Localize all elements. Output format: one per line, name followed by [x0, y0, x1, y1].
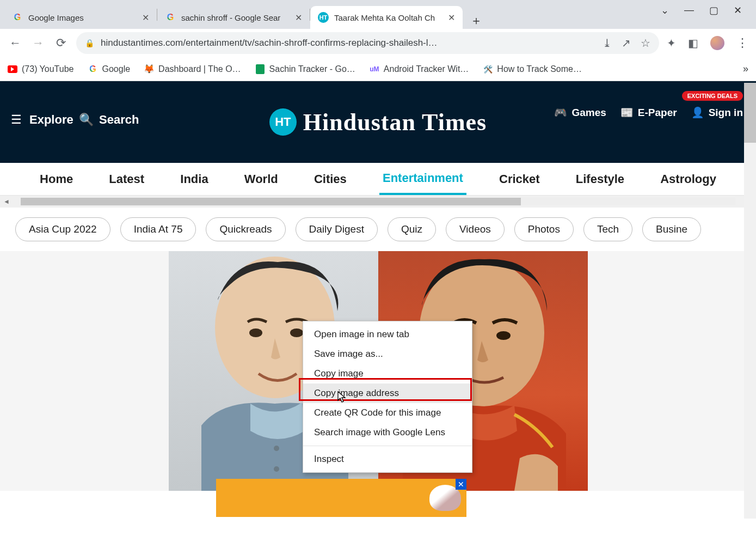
address-bar[interactable]: 🔒 hindustantimes.com/entertainment/tv/sa…: [76, 32, 659, 54]
star-icon[interactable]: ☆: [641, 36, 650, 50]
google-favicon: G: [165, 12, 176, 23]
um-icon: uM: [370, 64, 379, 74]
bookmark-sachin-tracker[interactable]: Sachin Tracker - Go…: [255, 64, 355, 74]
profile-avatar[interactable]: [710, 36, 724, 50]
reload-button[interactable]: ⟳: [53, 36, 69, 50]
vertical-scrollbar[interactable]: [744, 83, 756, 519]
install-icon[interactable]: ⤓: [603, 36, 612, 50]
chip-india-at-75[interactable]: India At 75: [120, 217, 196, 241]
header-right: EXCITING DEALS 🎮Games 📰E-Paper 👤Sign in: [554, 91, 743, 119]
chip-videos[interactable]: Videos: [446, 217, 505, 241]
vertical-scroll-thumb[interactable]: [744, 83, 756, 143]
google-icon: G: [88, 64, 97, 74]
youtube-icon: [8, 65, 17, 73]
ctx-inspect[interactable]: Inspect: [303, 449, 472, 469]
close-icon[interactable]: ✕: [448, 13, 455, 23]
games-label: Games: [571, 107, 606, 119]
chevron-down-icon[interactable]: ⌄: [661, 4, 669, 16]
scroll-thumb[interactable]: [21, 198, 521, 205]
site-search-button[interactable]: 🔍 Search: [79, 113, 139, 127]
toolbar-right-icons: ✦ ◧ ⋮: [667, 36, 748, 50]
back-button[interactable]: ←: [8, 36, 23, 50]
ctx-copy-image-address[interactable]: Copy image address: [303, 383, 472, 403]
kebab-menu-icon[interactable]: ⋮: [736, 36, 748, 50]
browser-tab-strip: G Google Images ✕ G sachin shroff - Goog…: [0, 0, 756, 29]
tab-hindustantimes[interactable]: HT Taarak Mehta Ka Ooltah Ch ✕: [310, 6, 463, 29]
header-links: 🎮Games 📰E-Paper 👤Sign in: [554, 106, 743, 119]
search-icon: 🔍: [79, 113, 94, 127]
bookmark-youtube[interactable]: (73) YouTube: [8, 64, 73, 74]
bookmark-label: How to Track Some…: [497, 64, 582, 74]
close-window-icon[interactable]: ✕: [734, 4, 742, 16]
close-icon[interactable]: ✕: [142, 13, 149, 23]
sidepanel-icon[interactable]: ◧: [688, 36, 698, 50]
ctx-search-google-lens[interactable]: Search image with Google Lens: [303, 423, 472, 442]
search-label: Search: [99, 113, 139, 127]
ht-logo-circle: HT: [269, 108, 297, 136]
signin-link[interactable]: 👤Sign in: [691, 106, 743, 119]
nav-cities[interactable]: Cities: [311, 165, 350, 194]
site-logo[interactable]: HT Hindustan Times: [269, 108, 487, 136]
nav-entertainment[interactable]: Entertainment: [379, 163, 466, 195]
ctx-create-qr[interactable]: Create QR Code for this image: [303, 403, 472, 423]
chip-quiz[interactable]: Quiz: [388, 217, 436, 241]
horizontal-scrollbar[interactable]: ◄ ►: [0, 196, 756, 208]
svg-point-7: [496, 331, 511, 340]
sheets-icon: [256, 64, 265, 74]
nav-world[interactable]: World: [241, 165, 281, 194]
bookmark-label: Google: [102, 64, 130, 74]
scroll-left-icon[interactable]: ◄: [0, 198, 13, 205]
nav-home[interactable]: Home: [36, 165, 76, 194]
nav-india[interactable]: India: [177, 165, 211, 194]
gamepad-icon: 🎮: [554, 106, 567, 119]
lock-icon[interactable]: 🔒: [85, 39, 94, 47]
deals-badge[interactable]: EXCITING DEALS: [682, 91, 743, 101]
minimize-icon[interactable]: ―: [684, 4, 694, 16]
close-icon[interactable]: ✕: [295, 13, 302, 23]
epaper-label: E-Paper: [638, 107, 677, 119]
explore-label: Explore: [29, 113, 73, 127]
bookmark-android-tracker[interactable]: uM Android Tracker Wit…: [370, 64, 469, 74]
explore-button[interactable]: ☰ Explore: [11, 113, 73, 127]
tab-google-images[interactable]: G Google Images ✕: [4, 6, 157, 29]
chip-photos[interactable]: Photos: [514, 217, 574, 241]
bookmarks-overflow-icon[interactable]: »: [743, 63, 748, 75]
url-text: hindustantimes.com/entertainment/tv/sach…: [101, 38, 591, 48]
tab-title: sachin shroff - Google Sear: [181, 13, 290, 22]
tab-google-search[interactable]: G sachin shroff - Google Sear ✕: [157, 6, 310, 29]
ctx-open-new-tab[interactable]: Open image in new tab: [303, 325, 472, 344]
track-icon: 🛠️: [483, 64, 493, 74]
share-icon[interactable]: ↗: [622, 36, 631, 50]
bookmark-google[interactable]: G Google: [88, 64, 130, 74]
extensions-icon[interactable]: ✦: [667, 36, 676, 50]
chip-daily-digest[interactable]: Daily Digest: [296, 217, 378, 241]
ad-banner[interactable]: ✕: [216, 479, 466, 517]
svg-point-2: [290, 328, 303, 337]
nav-latest[interactable]: Latest: [106, 165, 147, 194]
new-tab-button[interactable]: ＋: [470, 13, 482, 29]
forward-button[interactable]: →: [30, 36, 46, 50]
browser-toolbar: ← → ⟳ 🔒 hindustantimes.com/entertainment…: [0, 29, 756, 57]
nav-cricket[interactable]: Cricket: [496, 165, 543, 194]
ht-favicon: HT: [318, 12, 329, 23]
maximize-icon[interactable]: ▢: [709, 4, 718, 16]
nav-astrology[interactable]: Astrology: [657, 165, 720, 194]
games-link[interactable]: 🎮Games: [554, 106, 606, 119]
scroll-track[interactable]: [21, 198, 735, 205]
omnibox-actions: ⤓ ↗ ☆: [603, 36, 650, 50]
chip-quickreads[interactable]: Quickreads: [206, 217, 285, 241]
chip-asia-cup[interactable]: Asia Cup 2022: [15, 217, 110, 241]
epaper-link[interactable]: 📰E-Paper: [620, 106, 677, 119]
svg-point-3: [274, 446, 279, 451]
bookmark-how-to-track[interactable]: 🛠️ How to Track Some…: [483, 64, 582, 74]
ctx-copy-image[interactable]: Copy image: [303, 364, 472, 383]
chip-business[interactable]: Busine: [642, 217, 701, 241]
user-icon: 👤: [691, 106, 704, 119]
nav-lifestyle[interactable]: Lifestyle: [573, 165, 628, 194]
chip-tech[interactable]: Tech: [583, 217, 632, 241]
bookmark-dashboard[interactable]: 🦊 Dashboard | The O…: [144, 64, 241, 74]
tab-title: Google Images: [28, 13, 137, 22]
context-menu: Open image in new tab Save image as... C…: [303, 321, 472, 473]
ad-close-icon[interactable]: ✕: [456, 479, 466, 490]
ctx-save-image-as[interactable]: Save image as...: [303, 344, 472, 364]
